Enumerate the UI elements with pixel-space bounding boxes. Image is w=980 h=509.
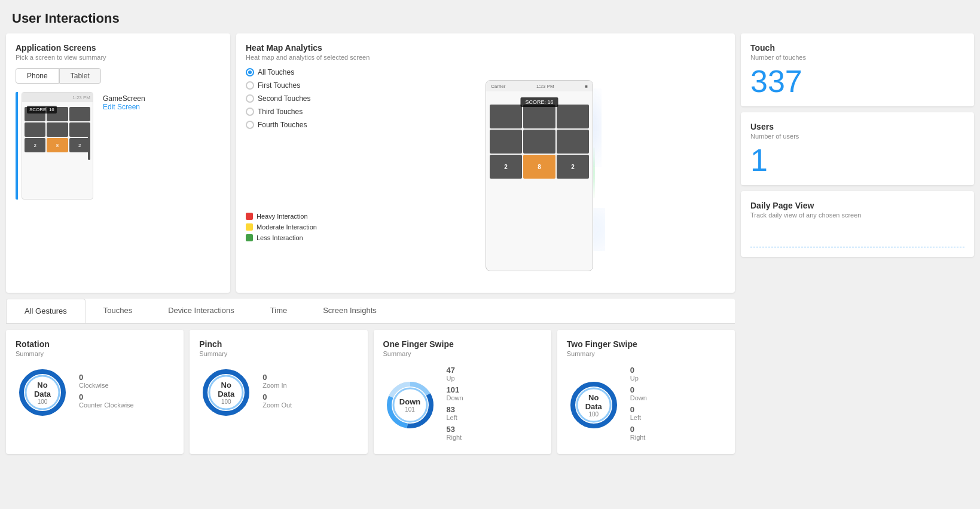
tab-time[interactable]: Time xyxy=(252,299,305,323)
two-finger-donut-label: No Data 100 xyxy=(580,393,607,418)
radio-second-touches[interactable]: Second Touches xyxy=(246,94,341,103)
pinch-stat-zoomout: 0 Zoom Out xyxy=(262,393,292,409)
phone-cell xyxy=(557,130,589,154)
users-label: Users xyxy=(750,122,964,131)
one-finger-subtitle: Summary xyxy=(383,350,542,357)
touch-label: Touch xyxy=(750,43,964,53)
heatmap-card: Heat Map Analytics Heat map and analytic… xyxy=(236,33,735,293)
preview-score-label: SCORE: 16 xyxy=(27,106,57,114)
pinch-donut-row: No Data 100 0 Zoom In 0 Zoom Out xyxy=(199,366,358,419)
tab-touches[interactable]: Touches xyxy=(86,299,150,323)
screen-preview-area: 1:23 PM SCORE: 16 2 8 2 GameScreen xyxy=(16,92,221,200)
users-stat-card: Users Number of users 1 xyxy=(741,112,974,185)
one-finger-stats: 47 Up 101 Down 83 Left 53 xyxy=(447,366,463,444)
right-panel: Touch Number of touches 337 Users Number… xyxy=(741,33,974,454)
heatmap-subtitle: Heat map and analytics of selected scree… xyxy=(246,54,725,61)
one-finger-title: One Finger Swipe xyxy=(383,339,542,349)
daily-sublabel: Track daily view of any chosen screen xyxy=(750,211,964,219)
rotation-donut-label: No Data 100 xyxy=(29,381,56,405)
touch-sublabel: Number of touches xyxy=(750,54,964,61)
game-cell xyxy=(69,122,90,137)
rotation-card: Rotation Summary No Data 100 xyxy=(6,330,184,454)
rotation-subtitle: Summary xyxy=(16,350,174,357)
heatmap-controls: All Touches First Touches Second Touches… xyxy=(246,68,341,283)
game-cell: 8 xyxy=(47,138,68,152)
radio-fourth-touches[interactable]: Fourth Touches xyxy=(246,121,341,129)
pinch-subtitle: Summary xyxy=(199,350,358,357)
one-finger-swipe-card: One Finger Swipe Summary xyxy=(374,330,551,454)
gesture-cards: Rotation Summary No Data 100 xyxy=(6,330,735,454)
tab-device-interactions[interactable]: Device Interactions xyxy=(150,299,252,323)
two-finger-stat-left: 0 Left xyxy=(630,405,647,421)
two-finger-donut: No Data 100 xyxy=(567,378,621,432)
rotation-stats: 0 Clockwise 0 Counter Clockwise xyxy=(79,373,134,412)
selection-bar xyxy=(16,92,18,200)
legend-less: Less Interaction xyxy=(246,234,341,241)
radio-third-touches[interactable]: Third Touches xyxy=(246,108,341,116)
tabs-container: All Gestures Touches Device Interactions… xyxy=(6,299,735,324)
one-finger-donut-label: Down 101 xyxy=(399,397,420,413)
preview-status-bar: 1:23 PM xyxy=(22,93,93,102)
touch-value: 337 xyxy=(750,66,964,97)
heatmap-legend: Heavy Interaction Moderate Interaction L… xyxy=(246,213,341,241)
two-finger-subtitle: Summary xyxy=(567,350,725,357)
phone-cell: 8 xyxy=(523,155,555,179)
two-finger-stat-up: 0 Up xyxy=(630,366,647,382)
two-finger-stat-right: 0 Right xyxy=(630,425,647,441)
phone-cell xyxy=(557,105,589,128)
radio-circle xyxy=(246,68,254,76)
daily-page-view-card: Daily Page View Track daily view of any … xyxy=(741,191,974,257)
daily-label: Daily Page View xyxy=(750,201,964,210)
phone-cell xyxy=(490,105,522,128)
phone-game-grid: 2 8 2 xyxy=(486,101,593,182)
phone-with-heatmap: Carrier 1:23 PM ■ SCORE: 16 2 xyxy=(474,68,605,283)
rotation-donut: No Data 100 xyxy=(16,366,69,419)
game-cell: 2 xyxy=(69,138,90,152)
phone-button[interactable]: Phone xyxy=(16,68,59,84)
users-sublabel: Number of users xyxy=(750,133,964,140)
radio-circle xyxy=(246,94,254,103)
phone-frame: Carrier 1:23 PM ■ SCORE: 16 2 xyxy=(486,80,593,271)
pinch-donut-label: No Data 100 xyxy=(213,381,240,405)
phone-cell: 2 xyxy=(557,155,589,179)
edit-screen-link[interactable]: Edit Screen xyxy=(103,103,145,111)
two-finger-donut-row: No Data 100 0 Up 0 Down xyxy=(567,366,725,444)
screen-info: GameScreen Edit Screen xyxy=(103,94,145,111)
legend-heavy: Heavy Interaction xyxy=(246,213,341,220)
screen-preview[interactable]: 1:23 PM SCORE: 16 2 8 2 xyxy=(22,92,93,200)
two-finger-stat-down: 0 Down xyxy=(630,385,647,401)
one-finger-stat-left: 83 Left xyxy=(447,405,463,421)
phone-cell xyxy=(490,130,522,154)
radio-all-touches[interactable]: All Touches xyxy=(246,68,341,76)
app-screens-title: Application Screens xyxy=(16,43,221,53)
device-toggle: Phone Tablet xyxy=(16,68,221,84)
radio-circle xyxy=(246,121,254,129)
one-finger-stat-up: 47 Up xyxy=(447,366,463,382)
rotation-title: Rotation xyxy=(16,339,174,349)
daily-chart xyxy=(750,223,964,247)
pinch-title: Pinch xyxy=(199,339,358,349)
game-cell xyxy=(69,107,90,121)
two-finger-swipe-card: Two Finger Swipe Summary No Data 100 xyxy=(557,330,735,454)
scroll-thumb xyxy=(88,124,90,160)
legend-dot-heavy xyxy=(246,213,253,220)
one-finger-stat-right: 53 Right xyxy=(447,425,463,441)
heatmap-inner: All Touches First Touches Second Touches… xyxy=(246,68,725,283)
app-screens-subtitle: Pick a screen to view summary xyxy=(16,54,221,61)
rotation-stat-counter: 0 Counter Clockwise xyxy=(79,393,134,409)
tab-all-gestures[interactable]: All Gestures xyxy=(6,299,86,323)
two-finger-stats: 0 Up 0 Down 0 Left 0 Rig xyxy=(630,366,647,444)
one-finger-stat-down: 101 Down xyxy=(447,385,463,401)
game-cell xyxy=(25,122,45,137)
rotation-stat-clockwise: 0 Clockwise xyxy=(79,373,134,389)
phone-status-bar: Carrier 1:23 PM ■ xyxy=(486,81,593,91)
heatmap-title: Heat Map Analytics xyxy=(246,43,725,53)
tab-screen-insights[interactable]: Screen Insights xyxy=(305,299,395,323)
tablet-button[interactable]: Tablet xyxy=(59,68,101,84)
touch-stat-card: Touch Number of touches 337 xyxy=(741,33,974,106)
radio-first-touches[interactable]: First Touches xyxy=(246,81,341,90)
game-cell: 2 xyxy=(25,138,45,152)
app-screens-card: Application Screens Pick a screen to vie… xyxy=(6,33,230,293)
two-finger-title: Two Finger Swipe xyxy=(567,339,725,349)
game-cell xyxy=(47,122,68,137)
